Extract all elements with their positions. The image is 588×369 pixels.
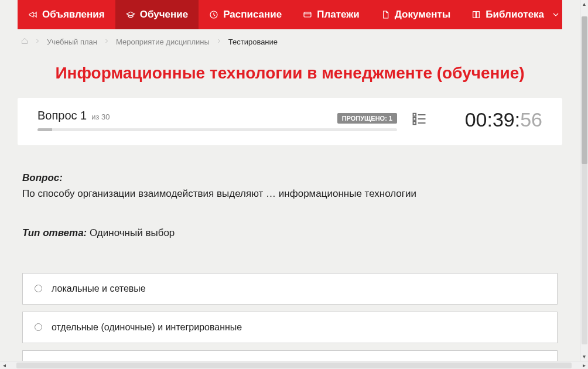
timer: 00:39:56 xyxy=(443,108,542,131)
skipped-badge: ПРОПУЩЕНО: 1 xyxy=(337,113,397,124)
timer-seconds: 56 xyxy=(520,108,542,131)
home-icon[interactable] xyxy=(21,37,28,46)
svg-rect-3 xyxy=(413,117,416,120)
question-heading: Вопрос: xyxy=(22,172,63,183)
answer-option[interactable]: локальные и сетевые xyxy=(22,273,558,305)
breadcrumb-event[interactable]: Мероприятие дисциплины xyxy=(116,37,210,46)
svg-rect-2 xyxy=(413,113,416,116)
answers-list: локальные и сетевые отдельные (одиночные… xyxy=(18,241,562,361)
svg-rect-4 xyxy=(413,121,416,124)
radio-icon xyxy=(35,323,42,331)
progress-fill xyxy=(37,128,52,131)
answer-option[interactable]: отдельные (одиночные) и интегрированные xyxy=(22,312,558,343)
timer-main: 00:39: xyxy=(465,108,521,131)
scroll-right-arrow[interactable]: ▸ xyxy=(580,362,588,368)
svg-rect-1 xyxy=(304,12,311,17)
nav-education[interactable]: Обучение xyxy=(115,0,199,29)
main-navbar: Объявления Обучение Расписание Платежи xyxy=(18,0,562,29)
card-icon xyxy=(303,10,312,19)
nav-announcements[interactable]: Объявления xyxy=(18,0,115,29)
graduation-cap-icon xyxy=(126,10,135,19)
chevron-right-icon xyxy=(103,37,110,46)
quiz-status-card: Вопрос 1 из 30 ПРОПУЩЕНО: 1 00:39:56 xyxy=(18,98,562,145)
clock-icon xyxy=(209,10,218,19)
megaphone-icon xyxy=(28,10,37,19)
scroll-up-arrow[interactable]: ▴ xyxy=(583,0,586,8)
vertical-scrollbar[interactable]: ▴ ▾ xyxy=(580,0,588,361)
scroll-left-arrow[interactable]: ◂ xyxy=(0,362,8,368)
chevron-right-icon xyxy=(216,37,223,46)
radio-icon xyxy=(35,285,42,292)
scroll-track[interactable] xyxy=(582,16,587,344)
breadcrumb-curriculum[interactable]: Учебный план xyxy=(47,37,97,46)
question-grid-button[interactable] xyxy=(411,111,429,129)
nav-label: Документы xyxy=(395,9,451,20)
answer-option[interactable]: функциональные и обеспечивающие xyxy=(22,350,558,361)
nav-label: Платежи xyxy=(317,9,360,20)
answer-text: отдельные (одиночные) и интегрированные xyxy=(52,322,242,333)
question-text: По способу организации взаимодействия вы… xyxy=(22,186,558,201)
breadcrumb: Учебный план Мероприятие дисциплины Тест… xyxy=(18,29,562,53)
answer-type-value: Одиночный выбор xyxy=(87,227,175,238)
chevron-down-icon xyxy=(551,10,560,19)
answer-text: локальные и сетевые xyxy=(52,283,146,294)
book-icon xyxy=(471,10,481,19)
question-number: Вопрос 1 xyxy=(37,109,87,122)
scroll-track[interactable] xyxy=(16,363,572,368)
progress-bar xyxy=(37,128,397,131)
scroll-down-arrow[interactable]: ▾ xyxy=(583,353,586,361)
document-icon xyxy=(381,10,390,19)
chevron-right-icon xyxy=(34,37,41,46)
nav-label: Расписание xyxy=(223,9,282,20)
nav-payments[interactable]: Платежи xyxy=(292,0,370,29)
question-block: Вопрос: По способу организации взаимодей… xyxy=(18,145,562,241)
question-total: из 30 xyxy=(91,112,110,121)
nav-library[interactable]: Библиотека xyxy=(461,0,571,29)
answer-type-label: Тип ответа: xyxy=(22,227,87,238)
breadcrumb-testing: Тестирование xyxy=(228,37,278,46)
nav-documents[interactable]: Документы xyxy=(370,0,461,29)
nav-label: Библиотека xyxy=(486,9,544,20)
scroll-thumb[interactable] xyxy=(582,16,587,164)
nav-schedule[interactable]: Расписание xyxy=(199,0,292,29)
page-title: Информационные технологии в менеджменте … xyxy=(18,53,562,98)
horizontal-scrollbar[interactable]: ◂ ▸ xyxy=(0,361,588,369)
nav-label: Объявления xyxy=(42,9,105,20)
nav-label: Обучение xyxy=(140,9,188,20)
